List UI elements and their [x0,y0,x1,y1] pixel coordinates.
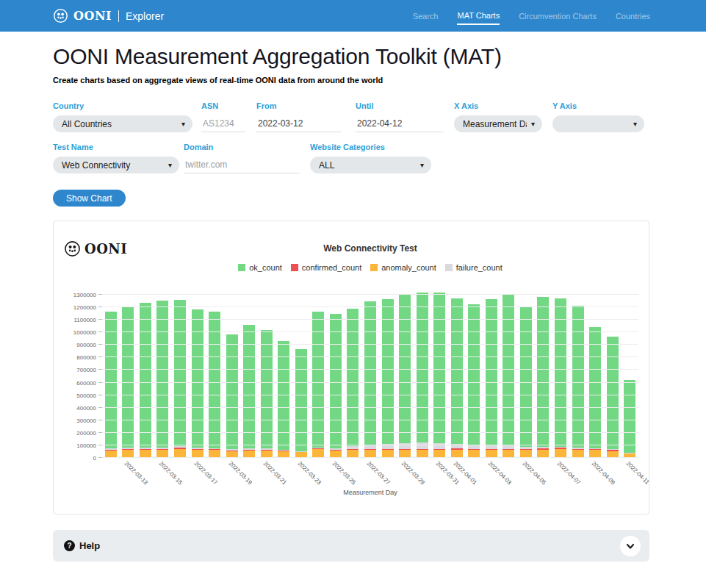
y-tick-label: 300000 [76,417,96,423]
test-name-select[interactable]: Web Connectivity ▾ [53,157,179,173]
website-categories-label: Website Categories [310,143,431,151]
y-axis: 0100000200000300000400000500000600000700… [64,295,102,458]
bar-2022-03-27[interactable] [364,301,376,458]
bar-segment-ok_count [347,309,359,446]
bar-segment-ok_count [192,309,203,448]
bar-segment-ok_count [624,380,635,453]
show-chart-button[interactable]: Show Chart [53,190,126,207]
gridline [102,395,638,395]
chart-plot: 0100000200000300000400000500000600000700… [64,295,638,458]
ooni-octopus-icon [64,240,81,257]
legend-label: ok_count [249,263,282,272]
asn-label: ASN [201,101,245,110]
legend-swatch [291,264,298,271]
chart-legend: ok_countconfirmed_countanomaly_countfail… [102,263,638,272]
y-tick-label: 900000 [76,342,96,348]
asn-input[interactable] [201,115,245,132]
bar-segment-ok_count [295,349,307,451]
nav-link-search[interactable]: Search [413,7,439,24]
bar-segment-ok_count [486,299,497,445]
bar-segment-ok_count [382,299,394,444]
y-tick-label: 1000000 [73,329,96,336]
x-axis-select-value: Measurement Day [463,119,527,129]
bar-segment-failure_count [417,442,428,448]
domain-input[interactable] [184,157,300,173]
y-tick-label: 1100000 [73,317,96,323]
y-tick-label: 400000 [76,404,96,411]
nav-link-circumvention-charts[interactable]: Circumvention Charts [519,7,597,24]
chevron-down-icon [625,541,635,551]
y-axis-select[interactable]: ▾ [552,115,644,132]
gridline [102,420,638,420]
chart-brand-name: OONI [84,241,127,257]
bar-2022-04-06[interactable] [537,297,549,458]
chart-card: OONI Web Connectivity Test ok_countconfi… [53,220,649,514]
from-date-input[interactable] [256,115,341,132]
bar-2022-03-31[interactable] [433,293,445,458]
bar-segment-ok_count [468,304,480,445]
legend-label: anomaly_count [381,263,436,272]
country-select[interactable]: All Countries ▾ [53,115,192,132]
x-axis-select[interactable]: Measurement Day ▾ [454,115,542,132]
bar-2022-03-22[interactable] [278,341,289,458]
bar-2022-03-19[interactable] [226,334,238,458]
website-categories-select[interactable]: ALL ▾ [310,157,431,173]
chevron-down-icon: ▾ [168,161,172,169]
legend-swatch [445,264,453,271]
country-label: Country [53,101,192,110]
ooni-explorer-logo[interactable]: OONI Explorer [53,8,164,24]
legend-item-confirmed_count: confirmed_count [291,263,361,272]
website-categories-select-value: ALL [319,160,416,171]
nav-link-countries[interactable]: Countries [616,7,650,24]
filter-form: Country All Countries ▾ ASN From Until X… [53,101,649,173]
gridline [102,294,638,295]
y-tick-label: 100000 [76,442,96,448]
help-icon: ? [64,540,75,551]
bar-2022-03-24[interactable] [312,312,324,458]
bar-2022-03-16[interactable] [174,300,186,458]
ooni-octopus-icon [53,8,68,24]
gridline [102,457,638,458]
legend-swatch [370,264,378,271]
bar-segment-ok_count [261,330,273,449]
gridline [102,407,638,408]
until-date-input[interactable] [356,115,444,132]
bar-2022-04-09[interactable] [589,327,601,458]
bar-2022-04-01[interactable] [451,298,463,458]
bar-2022-03-25[interactable] [330,314,342,458]
gridline [102,344,638,345]
y-axis-label: Y Axis [552,101,644,110]
bar-segment-ok_count [243,325,255,449]
chart-ooni-logo: OONI [64,240,127,257]
bar-2022-04-07[interactable] [555,298,566,458]
y-tick-label: 1300000 [73,292,96,298]
nav-link-mat-charts[interactable]: MAT Charts [457,7,500,25]
help-collapse-button[interactable] [620,536,641,556]
bar-2022-03-23[interactable] [295,349,307,458]
bar-2022-03-28[interactable] [382,299,394,458]
test-name-label: Test Name [53,143,179,151]
legend-item-anomaly_count: anomaly_count [370,263,436,272]
brand-sub: Explorer [126,10,164,22]
legend-label: confirmed_count [302,263,361,272]
legend-item-ok_count: ok_count [238,263,282,272]
bar-2022-04-10[interactable] [607,337,619,458]
bar-segment-ok_count [520,306,532,447]
bar-2022-04-03[interactable] [486,299,497,458]
until-label: Until [356,101,444,110]
bar-2022-03-15[interactable] [156,301,168,458]
y-tick-label: 600000 [76,379,96,386]
bar-2022-03-12[interactable] [105,312,117,458]
bar-2022-03-14[interactable] [140,303,151,458]
brand-divider [118,10,119,22]
y-tick-label: 700000 [76,367,96,373]
bar-segment-ok_count [140,303,151,448]
gridline [102,331,638,332]
bar-2022-03-18[interactable] [209,312,220,458]
help-label: Help [79,540,100,551]
help-bar[interactable]: ? Help [53,530,649,562]
bar-2022-03-30[interactable] [417,293,428,458]
navbar: OONI Explorer SearchMAT ChartsCircumvent… [0,0,706,32]
test-name-select-value: Web Connectivity [62,160,164,171]
legend-swatch [238,264,245,271]
